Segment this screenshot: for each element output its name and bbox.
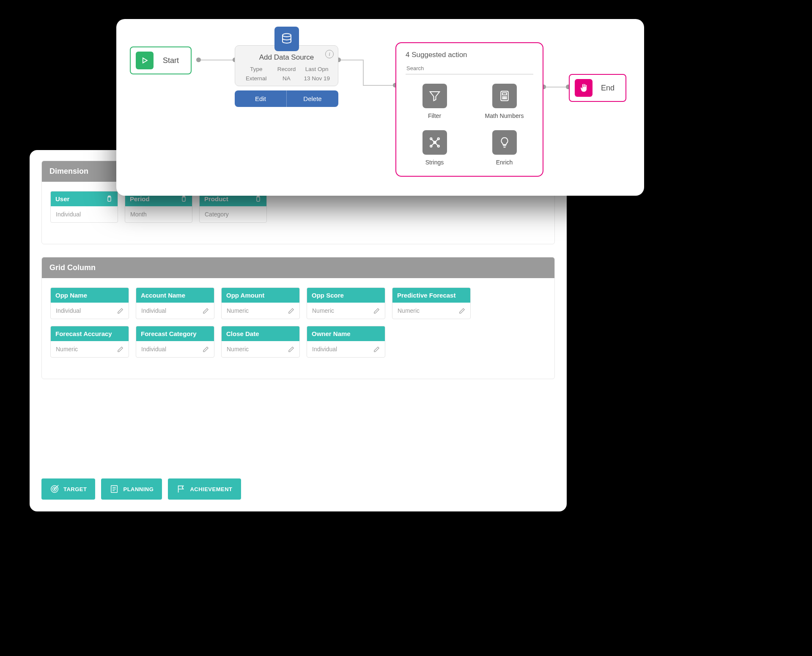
grid-chip-opp-amount[interactable]: Opp Amount Numeric xyxy=(221,287,300,319)
pencil-icon[interactable] xyxy=(373,346,380,353)
grid-chip-owner-name[interactable]: Owner Name Individual xyxy=(307,326,385,358)
flow-connector xyxy=(543,87,569,87)
svg-point-19 xyxy=(502,98,503,99)
end-label: End xyxy=(601,84,614,93)
suggested-title: 4 Suggested action xyxy=(406,51,533,59)
svg-rect-15 xyxy=(502,93,507,95)
datasource-node[interactable]: i Add Data Source Type Record Last Opn E… xyxy=(235,32,338,107)
svg-point-21 xyxy=(505,98,506,99)
chip-value: Individual xyxy=(312,346,337,353)
suggested-label: Strings xyxy=(425,159,444,166)
ds-value: 13 Nov 19 xyxy=(302,75,332,82)
suggested-action-filter[interactable]: Filter xyxy=(422,84,447,119)
ds-value: External xyxy=(241,75,272,82)
bottom-buttons: TARGET PLANNING ACHIEVEMENT xyxy=(41,478,241,500)
flow-port xyxy=(196,57,201,62)
info-icon[interactable]: i xyxy=(325,50,334,58)
svg-line-27 xyxy=(431,139,435,142)
grid-chip-forecast-accuracy[interactable]: Forecast Accuracy Numeric xyxy=(50,326,129,358)
end-node[interactable]: End xyxy=(569,74,626,102)
grid-chip-opp-name[interactable]: Opp Name Individual xyxy=(50,287,129,319)
suggested-label: Filter xyxy=(428,112,441,119)
pencil-icon[interactable] xyxy=(117,308,123,314)
suggested-label: Enrich xyxy=(496,159,513,166)
grid-column-body: Opp Name Individual Account Name Individ… xyxy=(42,278,554,379)
target-button-label: TARGET xyxy=(63,486,87,492)
pencil-icon[interactable] xyxy=(459,308,465,314)
config-panel: Dimension User Individual Period xyxy=(30,150,567,511)
flow-connector xyxy=(363,85,395,86)
flow-connector xyxy=(199,60,235,60)
chip-value: Individual xyxy=(56,307,81,314)
delete-button[interactable]: Delete xyxy=(287,90,338,107)
chip-title: Opp Name xyxy=(55,292,87,299)
clipboard-icon xyxy=(106,195,113,202)
chip-title: Product xyxy=(204,195,228,202)
flag-icon xyxy=(176,484,186,494)
suggested-action-math[interactable]: Math Numbers xyxy=(485,84,524,119)
svg-point-16 xyxy=(502,97,503,98)
ds-value: NA xyxy=(272,75,302,82)
target-button[interactable]: TARGET xyxy=(41,478,95,500)
datasource-title: Add Data Source xyxy=(241,53,332,62)
chip-title: Owner Name xyxy=(312,330,351,337)
target-icon xyxy=(50,484,59,494)
chip-title: Account Name xyxy=(141,292,185,299)
dimension-chip-user[interactable]: User Individual xyxy=(50,191,118,223)
achievement-button[interactable]: ACHIEVEMENT xyxy=(168,478,241,500)
grid-column-section: Grid Column Opp Name Individual Account … xyxy=(41,257,555,379)
flow-connector xyxy=(363,60,364,85)
grid-chip-forecast-category[interactable]: Forecast Category Individual xyxy=(136,326,214,358)
pencil-icon[interactable] xyxy=(203,346,209,353)
flow-connector xyxy=(338,60,364,60)
play-icon xyxy=(136,52,154,69)
chip-value: Numeric xyxy=(227,307,249,314)
chip-value: Numeric xyxy=(56,346,78,353)
ds-header: Last Opn xyxy=(302,66,332,72)
funnel-icon xyxy=(422,84,447,108)
chip-value: Numeric xyxy=(312,307,334,314)
grid-chip-close-date[interactable]: Close Date Numeric xyxy=(221,326,300,358)
calculator-icon xyxy=(492,84,517,108)
grid-chip-predictive-forecast[interactable]: Predictive Forecast Numeric xyxy=(392,287,471,319)
chip-title: User xyxy=(55,195,69,202)
pencil-icon[interactable] xyxy=(373,308,380,314)
grid-chip-opp-score[interactable]: Opp Score Numeric xyxy=(307,287,385,319)
planning-button-label: PLANNING xyxy=(123,486,154,492)
chip-title: Forecast Category xyxy=(141,330,197,337)
suggested-action-strings[interactable]: Strings xyxy=(422,130,447,166)
planning-button[interactable]: PLANNING xyxy=(101,478,162,500)
chip-title: Opp Amount xyxy=(226,292,264,299)
grid-chip-account-name[interactable]: Account Name Individual xyxy=(136,287,214,319)
chip-value: Numeric xyxy=(398,307,420,314)
pencil-icon[interactable] xyxy=(117,346,123,353)
edit-button[interactable]: Edit xyxy=(235,90,286,107)
lightbulb-icon xyxy=(492,130,517,155)
clipboard-icon xyxy=(255,195,262,202)
ds-header: Type xyxy=(241,66,272,72)
planning-icon xyxy=(110,484,119,494)
svg-line-30 xyxy=(435,142,439,146)
search-input[interactable] xyxy=(406,63,533,74)
pencil-icon[interactable] xyxy=(203,308,209,314)
pencil-icon[interactable] xyxy=(288,346,294,353)
suggested-label: Math Numbers xyxy=(485,112,524,119)
achievement-button-label: ACHIEVEMENT xyxy=(190,486,232,492)
svg-point-18 xyxy=(505,97,506,98)
chip-title: Opp Score xyxy=(312,292,344,299)
svg-marker-12 xyxy=(143,58,147,63)
database-icon xyxy=(274,27,299,51)
svg-point-20 xyxy=(504,98,505,99)
datasource-actions: Edit Delete xyxy=(235,90,338,107)
svg-point-13 xyxy=(283,34,291,37)
dimension-chip-product[interactable]: Product Category xyxy=(199,191,267,223)
start-node[interactable]: Start xyxy=(130,46,192,74)
suggested-action-enrich[interactable]: Enrich xyxy=(492,130,517,166)
svg-line-29 xyxy=(431,142,435,146)
ds-header: Record xyxy=(272,66,302,72)
chip-title: Forecast Accuracy xyxy=(55,330,112,337)
pencil-icon[interactable] xyxy=(288,308,294,314)
chip-value: Individual xyxy=(141,307,166,314)
dimension-chip-period[interactable]: Period Month xyxy=(125,191,192,223)
chip-value: Category xyxy=(205,211,229,218)
